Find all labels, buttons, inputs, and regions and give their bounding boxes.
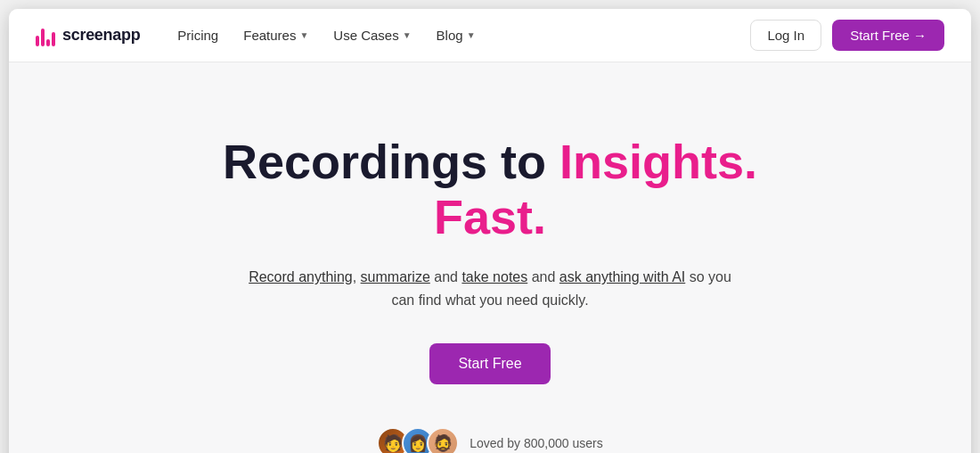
social-proof-text: Loved by 800,000 users xyxy=(470,436,602,450)
logo[interactable]: screenapp xyxy=(36,25,140,46)
hero-link-record[interactable]: Record anything xyxy=(249,269,353,284)
avatar-face-3: 🧔 xyxy=(429,429,457,453)
hero-link-summarize[interactable]: summarize xyxy=(361,269,430,284)
logo-text: screenapp xyxy=(62,26,140,45)
start-free-nav-button[interactable]: Start Free → xyxy=(832,20,944,51)
avatar-3: 🧔 xyxy=(427,427,459,453)
hero-subtitle: Record anything, summarize and take note… xyxy=(241,266,739,311)
hero-title-highlight: Insights. xyxy=(559,135,757,188)
blog-chevron-icon: ▼ xyxy=(467,30,476,40)
logo-bar-2 xyxy=(41,29,45,46)
hero-link-take-notes[interactable]: take notes xyxy=(461,269,527,284)
hero-title: Recordings to Insights. Fast. xyxy=(223,134,757,244)
logo-bar-1 xyxy=(36,36,39,46)
hero-section: Recordings to Insights. Fast. Record any… xyxy=(9,62,971,453)
use-cases-chevron-icon: ▼ xyxy=(403,30,412,40)
browser-window: screenapp Pricing Features ▼ Use Cases ▼… xyxy=(9,9,971,453)
logo-icon xyxy=(36,25,55,46)
navbar-left: screenapp Pricing Features ▼ Use Cases ▼… xyxy=(36,22,485,48)
hero-title-part1: Recordings to xyxy=(223,135,559,188)
nav-links: Pricing Features ▼ Use Cases ▼ Blog ▼ xyxy=(168,22,484,48)
nav-pricing[interactable]: Pricing xyxy=(168,22,227,48)
logo-bar-4 xyxy=(52,32,55,46)
login-button[interactable]: Log In xyxy=(750,20,821,51)
hero-title-part2: Fast. xyxy=(434,190,546,243)
features-chevron-icon: ▼ xyxy=(299,30,308,40)
social-proof: 🧑 👩 🧔 Loved by 800,000 users xyxy=(377,427,602,453)
avatars-group: 🧑 👩 🧔 xyxy=(377,427,459,453)
start-free-hero-button[interactable]: Start Free xyxy=(429,343,550,384)
nav-features[interactable]: Features ▼ xyxy=(234,22,317,48)
logo-bar-3 xyxy=(46,39,50,46)
navbar: screenapp Pricing Features ▼ Use Cases ▼… xyxy=(9,9,971,62)
nav-use-cases[interactable]: Use Cases ▼ xyxy=(324,22,420,48)
nav-blog[interactable]: Blog ▼ xyxy=(428,22,485,48)
navbar-right: Log In Start Free → xyxy=(750,20,944,51)
hero-link-ask-ai[interactable]: ask anything with AI xyxy=(559,269,685,284)
